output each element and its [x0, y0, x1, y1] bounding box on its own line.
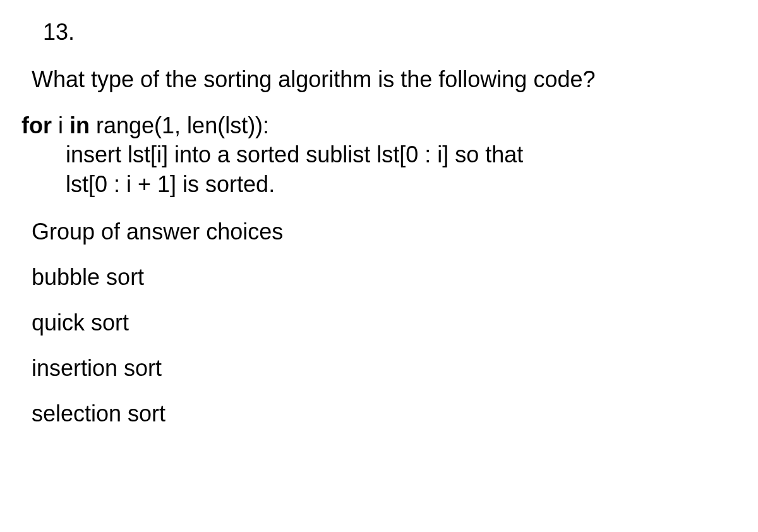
choice-selection-sort[interactable]: selection sort [32, 401, 726, 427]
question-text: What type of the sorting algorithm is th… [32, 64, 726, 95]
keyword-in: in [69, 112, 90, 138]
keyword-for: for [21, 112, 52, 138]
choice-quick-sort[interactable]: quick sort [32, 310, 726, 336]
choices-header: Group of answer choices [32, 219, 726, 245]
code-text-range: range(1, len(lst)): [90, 112, 269, 138]
code-block: for i in range(1, len(lst)): insert lst[… [21, 111, 726, 200]
choice-bubble-sort[interactable]: bubble sort [32, 264, 726, 291]
question-number: 13. [43, 19, 726, 45]
code-text-i: i [52, 112, 69, 138]
code-line-1: for i in range(1, len(lst)): [21, 111, 726, 141]
choice-insertion-sort[interactable]: insertion sort [32, 355, 726, 382]
code-line-2: insert lst[i] into a sorted sublist lst[… [66, 140, 726, 170]
code-line-3: lst[0 : i + 1] is sorted. [66, 170, 726, 200]
